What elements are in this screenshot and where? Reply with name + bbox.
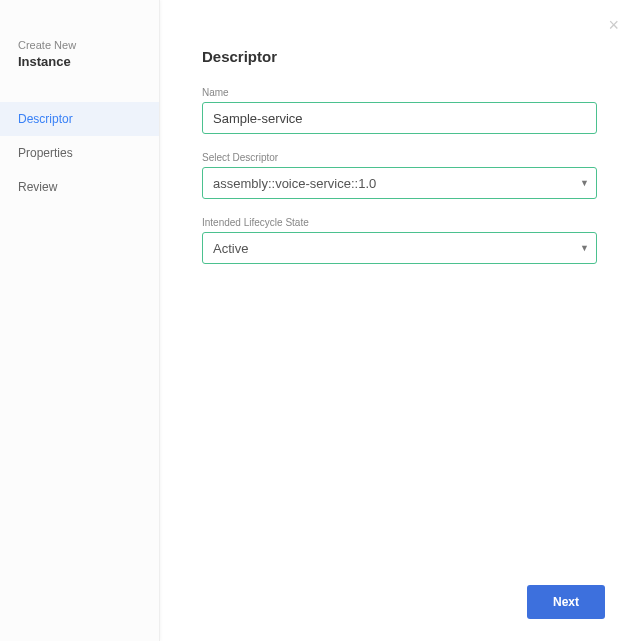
next-button[interactable]: Next: [527, 585, 605, 619]
lifecycle-select[interactable]: Active: [202, 232, 597, 264]
field-descriptor: Select Descriptor assembly::voice-servic…: [202, 152, 597, 199]
sidebar-nav: Descriptor Properties Review: [0, 102, 159, 204]
nav-item-label: Review: [18, 180, 57, 194]
page-title: Descriptor: [202, 48, 597, 65]
name-input[interactable]: [202, 102, 597, 134]
sidebar: Create New Instance Descriptor Propertie…: [0, 0, 160, 641]
main-panel: × Descriptor Name Select Descriptor asse…: [160, 0, 639, 641]
nav-item-review[interactable]: Review: [0, 170, 159, 204]
close-icon: ×: [608, 15, 619, 35]
sidebar-title: Instance: [18, 53, 141, 71]
field-name: Name: [202, 87, 597, 134]
sidebar-subtitle: Create New: [18, 38, 141, 53]
field-lifecycle: Intended Lifecycle State Active ▼: [202, 217, 597, 264]
nav-item-descriptor[interactable]: Descriptor: [0, 102, 159, 136]
nav-item-label: Descriptor: [18, 112, 73, 126]
sidebar-header: Create New Instance: [0, 38, 159, 102]
field-lifecycle-label: Intended Lifecycle State: [202, 217, 597, 228]
nav-item-properties[interactable]: Properties: [0, 136, 159, 170]
close-button[interactable]: ×: [608, 16, 619, 34]
nav-item-label: Properties: [18, 146, 73, 160]
field-name-label: Name: [202, 87, 597, 98]
descriptor-select[interactable]: assembly::voice-service::1.0: [202, 167, 597, 199]
field-descriptor-label: Select Descriptor: [202, 152, 597, 163]
